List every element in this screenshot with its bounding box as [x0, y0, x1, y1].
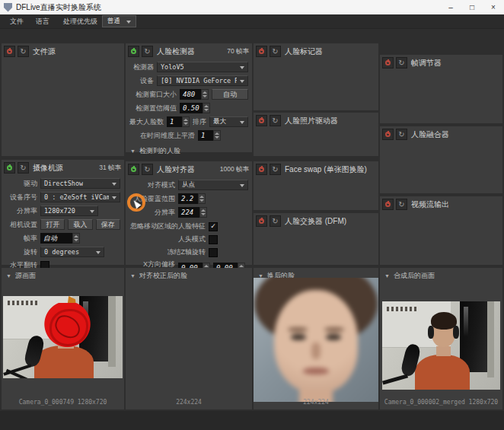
source-preview-panel: 源画面 Camera_0_000749 1280x720: [2, 268, 124, 409]
window-size-stepper[interactable]: 480: [180, 89, 209, 100]
head-mode-checkbox[interactable]: [209, 235, 218, 244]
panel-title: 人脸检测器: [157, 46, 195, 57]
chevron-down-icon: [240, 184, 244, 190]
resolution-dropdown[interactable]: 1280x720: [40, 205, 98, 216]
face-animator-panel: 人脸照片驱动器: [254, 113, 378, 156]
threshold-stepper[interactable]: 0.50: [180, 103, 210, 113]
face-swap-dfm-panel: 人脸交换器 (DFM): [254, 213, 378, 265]
temporal-smooth-stepper[interactable]: 1: [198, 130, 221, 141]
chevron-down-icon: [96, 251, 100, 256]
preview-header[interactable]: 合成后的画面: [380, 268, 502, 281]
rotation-dropdown[interactable]: 0 degrees: [40, 247, 104, 257]
window-size-label: 检测窗口大小: [129, 90, 177, 100]
power-icon[interactable]: [4, 162, 15, 174]
reset-icon[interactable]: [142, 164, 153, 175]
close-button[interactable]: ×: [483, 0, 504, 14]
device-dropdown[interactable]: 0 : e2eSoft iVCam: [40, 192, 120, 202]
person-shirt: [415, 355, 469, 390]
temporal-smooth-value: 1: [198, 130, 213, 141]
power-icon[interactable]: [256, 215, 267, 227]
window-title: DFLive直播实时换脸系统: [16, 2, 101, 13]
priority-dropdown[interactable]: 普通: [102, 15, 136, 27]
preview-header[interactable]: 源画面: [2, 268, 124, 281]
swapped-preview-panel: 换后的脸 224x224: [254, 268, 378, 409]
preview-title: 对齐校正后的脸: [139, 271, 187, 281]
power-icon[interactable]: [256, 164, 267, 175]
resolution-value: 1280x720: [44, 207, 75, 215]
coverage-stepper[interactable]: 2.2: [178, 193, 206, 204]
load-button[interactable]: 载入: [68, 219, 92, 230]
detected-faces-section[interactable]: 检测到的人脸: [126, 146, 252, 156]
person-shirt: [34, 346, 94, 378]
red-scribble-annotation: [43, 303, 91, 351]
aligner-resolution-stepper[interactable]: 224: [178, 207, 207, 218]
swapped-face-image: [254, 278, 378, 402]
detector-dropdown[interactable]: YoloV5: [157, 62, 248, 72]
reset-icon[interactable]: [396, 57, 407, 68]
merged-preview-image: [382, 301, 500, 390]
power-icon[interactable]: [128, 46, 139, 57]
reset-icon[interactable]: [270, 115, 281, 126]
fps-stepper[interactable]: 自动: [40, 233, 80, 244]
device-index-label: 设备序号: [5, 193, 37, 202]
app-logo-icon: [4, 3, 12, 12]
exclude-moving-parts-checkbox[interactable]: [209, 222, 218, 231]
maximize-button[interactable]: □: [461, 0, 483, 14]
device-value: 0 : e2eSoft iVCam: [44, 193, 109, 201]
threshold-label: 检测置信阈值: [129, 104, 177, 113]
menu-file[interactable]: 文件: [5, 15, 29, 28]
reset-icon[interactable]: [270, 215, 281, 227]
reset-icon[interactable]: [18, 162, 29, 174]
align-mode-value: 从点: [182, 180, 195, 190]
power-icon[interactable]: [256, 46, 267, 57]
face-detector-panel: 人脸检测器 70 帧率 检测器 YoloV5 设备 [0] NVIDIA GeF…: [126, 43, 252, 152]
preview-header[interactable]: 对齐校正后的脸: [126, 268, 252, 281]
reset-icon[interactable]: [396, 199, 407, 210]
driver-dropdown[interactable]: DirectShow: [40, 178, 120, 189]
temporal-smooth-label: 在时间维度上平滑: [129, 131, 195, 141]
preview-caption: Camera_0_000749 1280x720: [2, 399, 124, 406]
aligner-resolution-value: 224: [178, 207, 199, 218]
power-icon[interactable]: [256, 115, 267, 126]
panel-title: 人脸照片驱动器: [285, 116, 338, 126]
face-marker-panel: 人脸标记器: [254, 43, 378, 110]
menu-language[interactable]: 语言: [30, 15, 55, 28]
power-icon[interactable]: [128, 164, 139, 175]
reset-icon[interactable]: [270, 164, 281, 175]
panel-title: 人脸融合器: [411, 129, 449, 140]
chevron-down-icon: [90, 210, 94, 215]
power-icon[interactable]: [382, 57, 394, 68]
max-faces-value: 1: [167, 116, 182, 127]
detector-label: 检测器: [129, 62, 154, 72]
source-preview-image: [3, 296, 123, 378]
preview-caption: Camera_0_000002_merged 1280x720: [380, 399, 502, 406]
reset-icon[interactable]: [396, 129, 407, 140]
reset-icon[interactable]: [18, 46, 29, 57]
power-icon[interactable]: [382, 129, 394, 140]
reset-icon[interactable]: [270, 46, 281, 57]
rotation-value: 0 degrees: [44, 248, 79, 256]
gpu-dropdown[interactable]: [0] NVIDIA GeForce RTX 306C: [157, 75, 248, 86]
panel-title: 帧调节器: [411, 58, 442, 68]
merged-preview-panel: 合成后的画面 Camera_0_000002_merged 1280x720: [380, 268, 502, 409]
minimize-button[interactable]: –: [440, 0, 461, 14]
auto-button[interactable]: 自动: [212, 89, 248, 100]
align-mode-dropdown[interactable]: 从点: [178, 180, 248, 190]
chevron-down-icon: [240, 121, 244, 126]
max-faces-stepper[interactable]: 1: [167, 116, 190, 127]
freeze-z-checkbox[interactable]: [209, 248, 218, 257]
power-icon[interactable]: [4, 46, 15, 57]
sort-label: 排序: [193, 117, 206, 127]
collapse-icon: [130, 273, 136, 279]
reset-icon[interactable]: [142, 46, 153, 57]
save-button[interactable]: 保存: [96, 219, 120, 230]
power-icon[interactable]: [382, 199, 394, 210]
open-button[interactable]: 打开: [40, 219, 65, 230]
freeze-z-label: 冻结Z轴旋转: [129, 247, 206, 257]
sort-dropdown[interactable]: 最大: [209, 116, 248, 127]
fps-counter: 1000 帧率: [220, 165, 249, 174]
window-size-value: 480: [180, 89, 201, 100]
panel-title: 摄像机源: [33, 163, 63, 174]
preview-caption: 224x224: [254, 399, 378, 406]
panel-title: 文件源: [33, 46, 56, 57]
